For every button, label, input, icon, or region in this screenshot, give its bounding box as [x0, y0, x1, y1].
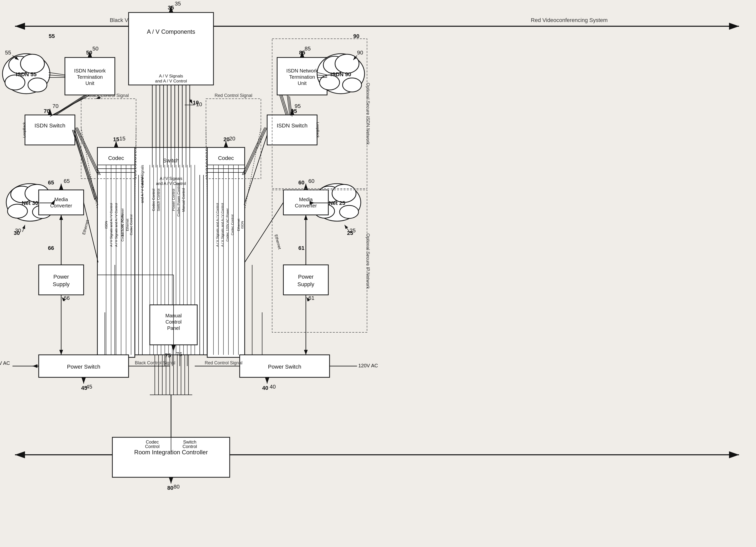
ref-75: 75	[165, 352, 171, 359]
svg-text:50: 50	[92, 45, 98, 52]
svg-text:ISDN 55: ISDN 55	[16, 71, 36, 77]
svg-text:Red Control Signal: Red Control Signal	[214, 93, 252, 98]
svg-text:A / V Components: A / V Components	[147, 28, 195, 35]
ref-10: 10	[193, 99, 199, 106]
svg-text:55: 55	[5, 49, 11, 56]
svg-text:LoopBack: LoopBack	[22, 122, 26, 138]
ref-66: 66	[48, 245, 54, 251]
svg-text:120V AC: 120V AC	[358, 363, 378, 368]
svg-rect-172	[39, 265, 84, 295]
ref-60: 60	[298, 179, 304, 186]
svg-rect-163	[39, 190, 84, 215]
svg-text:Termination: Termination	[77, 74, 103, 80]
ref-85: 85	[299, 49, 305, 56]
svg-text:80: 80	[174, 484, 180, 490]
svg-text:ISDN Switch: ISDN Switch	[34, 122, 65, 129]
ref-40: 40	[262, 385, 268, 391]
ref-25: 25	[347, 230, 353, 236]
ref-70: 70	[44, 108, 50, 114]
svg-text:and A / V Control: and A / V Control	[156, 181, 186, 186]
svg-text:Control: Control	[183, 444, 197, 449]
ref-35: 35	[168, 4, 174, 11]
svg-text:Switch: Switch	[183, 440, 196, 445]
ref-45: 45	[81, 385, 87, 391]
svg-text:65: 65	[64, 178, 70, 184]
svg-text:A / V Signals: A / V Signals	[160, 176, 183, 181]
svg-text:Media: Media	[54, 197, 68, 202]
ref-80: 80	[167, 485, 173, 491]
ref-15: 15	[113, 136, 119, 143]
ref-65: 65	[48, 179, 54, 186]
svg-text:Red Control Signal: Red Control Signal	[205, 360, 242, 365]
svg-text:Control: Control	[145, 444, 160, 449]
svg-point-148	[7, 204, 27, 218]
svg-text:A / V Signals: A / V Signals	[159, 74, 183, 78]
svg-text:Unit: Unit	[85, 80, 94, 86]
svg-text:Converter: Converter	[50, 203, 72, 208]
ref-55: 55	[49, 33, 55, 39]
svg-text:70: 70	[52, 103, 58, 109]
svg-text:Net 30: Net 30	[22, 200, 38, 206]
svg-text:Red Videoconferencing System: Red Videoconferencing System	[531, 17, 608, 23]
ref-30: 30	[14, 230, 20, 236]
svg-text:35: 35	[175, 0, 181, 7]
ref-95: 95	[291, 108, 297, 114]
svg-text:66: 66	[64, 295, 70, 301]
ref-61: 61	[298, 245, 304, 251]
ref-50: 50	[86, 49, 92, 56]
svg-text:Supply: Supply	[53, 281, 69, 288]
ref-20: 20	[223, 136, 229, 143]
svg-text:Codec: Codec	[146, 440, 159, 445]
svg-text:Optional Secure ISDN Network: Optional Secure ISDN Network	[366, 83, 371, 145]
svg-text:40: 40	[270, 384, 276, 390]
svg-point-129	[20, 54, 44, 73]
svg-rect-83	[81, 99, 136, 179]
svg-rect-246	[272, 190, 367, 332]
svg-text:Power Switch: Power Switch	[268, 364, 301, 370]
svg-point-127	[28, 78, 47, 92]
ref-90: 90	[353, 33, 359, 39]
svg-rect-244	[272, 39, 367, 189]
svg-text:120V AC: 120V AC	[0, 360, 10, 366]
svg-text:ISDN Network: ISDN Network	[74, 68, 106, 73]
svg-text:Power Switch: Power Switch	[67, 364, 100, 370]
svg-text:Black Control Signal: Black Control Signal	[135, 360, 175, 365]
svg-text:and A / V Control: and A / V Control	[155, 79, 187, 83]
svg-text:Power: Power	[53, 274, 69, 280]
svg-rect-88	[25, 115, 75, 145]
svg-text:Optional Secure IP Network: Optional Secure IP Network	[366, 233, 371, 289]
svg-text:ISDN: ISDN	[240, 221, 244, 229]
